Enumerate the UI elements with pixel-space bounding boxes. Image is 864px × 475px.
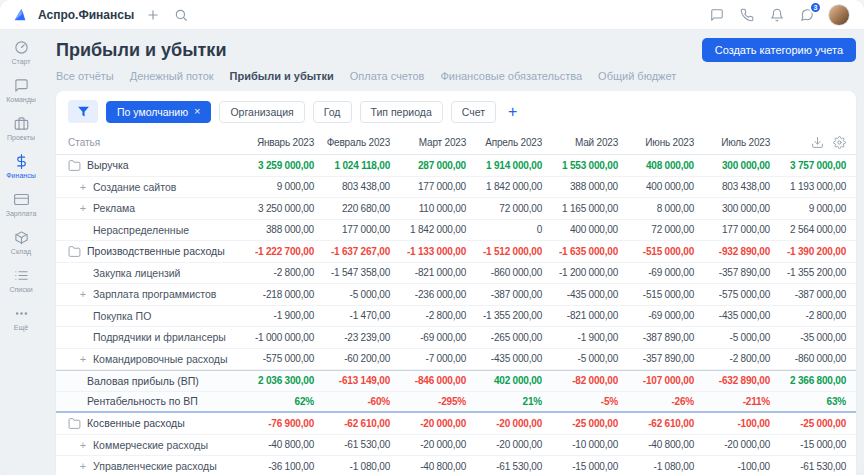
- topbar: Аспро.Финансы 3: [0, 0, 864, 30]
- cell-value: -435 000,00: [466, 353, 542, 364]
- funnel-icon: [77, 105, 90, 118]
- expand-icon[interactable]: +: [79, 460, 87, 472]
- cell-value: 110 000,00: [390, 203, 466, 214]
- user-avatar[interactable]: [828, 4, 850, 26]
- add-filter-button[interactable]: +: [504, 104, 521, 120]
- add-icon[interactable]: [144, 6, 162, 24]
- sidebar-item-more[interactable]: Ещё: [0, 300, 42, 338]
- cell-value: -1 637 267,00: [314, 246, 390, 257]
- cell-value: 1 024 118,00: [314, 160, 390, 171]
- tab-4[interactable]: Финансовые обязательства: [440, 70, 582, 82]
- phone-icon[interactable]: [738, 6, 756, 24]
- sidebar-item-start[interactable]: Старт: [0, 34, 42, 72]
- column-header-month[interactable]: Март 2023: [390, 137, 466, 148]
- table-row[interactable]: +Нераспределенные388 000,00177 000,001 8…: [56, 220, 856, 242]
- folder-icon: [68, 159, 81, 172]
- cell-value: -1 390 200,00: [770, 246, 846, 257]
- cell-value: 1 914 000,00: [466, 160, 542, 171]
- tab-3[interactable]: Оплата счетов: [350, 70, 425, 82]
- main-area: Прибыли и убытки Создать категорию учета…: [42, 30, 864, 475]
- expand-icon[interactable]: +: [79, 202, 87, 214]
- column-header-month[interactable]: Февраль 2023: [314, 137, 390, 148]
- filter-chip-1[interactable]: Год: [313, 101, 352, 123]
- cell-value: -932 890,00: [694, 246, 770, 257]
- expand-icon[interactable]: +: [79, 439, 87, 451]
- cell-value: -1 512 000,00: [466, 246, 542, 257]
- cell-value: 9 000,00: [770, 203, 846, 214]
- filter-chips: ОрганизацияГодТип периодаСчет: [219, 101, 496, 123]
- filter-bar: По умолчанию × ОрганизацияГодТип периода…: [56, 91, 856, 131]
- expand-icon[interactable]: +: [79, 353, 87, 365]
- expand-icon[interactable]: +: [79, 181, 87, 193]
- table-row[interactable]: Рентабельность по ВП62%-60%-295%21%-5%-2…: [56, 392, 856, 414]
- column-header-month[interactable]: Январь 2023: [238, 137, 314, 148]
- sidebar-item-label: Ещё: [14, 324, 28, 331]
- search-icon[interactable]: [172, 6, 190, 24]
- cell-value: 72 000,00: [466, 203, 542, 214]
- expand-icon[interactable]: +: [79, 288, 87, 300]
- cell-value: -387 000,00: [466, 289, 542, 300]
- row-label: Выручка: [87, 159, 129, 171]
- topbar-right: 3: [708, 4, 850, 26]
- column-header-month[interactable]: Июль 2023: [694, 137, 770, 148]
- table-row[interactable]: +Подрядчики и фрилансеры-1 000 000,00-23…: [56, 327, 856, 349]
- table-row[interactable]: Производственные расходы-1 222 700,00-1 …: [56, 241, 856, 263]
- table-row[interactable]: +Зарплата программистов-218 000,00-5 000…: [56, 284, 856, 306]
- cell-value: -387 890,00: [618, 332, 694, 343]
- cell-value: -2 800,00: [390, 310, 466, 321]
- sidebar-item-salary[interactable]: Зарплата: [0, 186, 42, 224]
- filter-chip-2[interactable]: Тип периода: [360, 101, 443, 123]
- sidebar-item-lists[interactable]: Списки: [0, 262, 42, 300]
- table-row[interactable]: +Закупка лицензий-2 800,00-1 547 358,00-…: [56, 263, 856, 285]
- cell-value: -387 000,00: [770, 289, 846, 300]
- table-row[interactable]: +Коммерческие расходы-40 800,00-61 530,0…: [56, 435, 856, 457]
- table-row[interactable]: Валовая прибыль (ВП)2 036 300,00-613 149…: [56, 370, 856, 392]
- cell-value: -357 890,00: [618, 353, 694, 364]
- filter-chip-0[interactable]: Организация: [219, 101, 304, 123]
- column-header-month[interactable]: Июнь 2023: [618, 137, 694, 148]
- bell-icon[interactable]: [768, 6, 786, 24]
- row-label: Валовая прибыль (ВП): [87, 375, 199, 387]
- sidebar-item-label: Зарплата: [6, 210, 37, 217]
- tab-5[interactable]: Общий бюджет: [598, 70, 676, 82]
- tab-0[interactable]: Все отчёты: [56, 70, 114, 82]
- table-row[interactable]: Косвенные расходы-76 900,00-62 610,00-20…: [56, 413, 856, 435]
- sidebar-item-projects[interactable]: Проекты: [0, 110, 42, 148]
- close-icon[interactable]: ×: [194, 106, 200, 117]
- column-header-month[interactable]: Май 2023: [542, 137, 618, 148]
- tab-1[interactable]: Денежный поток: [130, 70, 214, 82]
- sidebar-item-label: Команды: [6, 96, 36, 103]
- tab-2[interactable]: Прибыли и убытки: [230, 70, 334, 82]
- sidebar-item-teams[interactable]: Команды: [0, 72, 42, 110]
- filter-chip-3[interactable]: Счет: [451, 101, 496, 123]
- column-header-month[interactable]: Апрель 2023: [466, 137, 542, 148]
- download-icon[interactable]: [811, 136, 824, 149]
- cell-value: 3 250 000,00: [238, 203, 314, 214]
- sidebar-item-finance[interactable]: Финансы: [0, 148, 42, 186]
- sidebar-item-warehouse[interactable]: Склад: [0, 224, 42, 262]
- cell-value: -26%: [618, 396, 694, 407]
- app-window: Аспро.Финансы 3 СтартКомандыПроектыФинан…: [0, 0, 864, 475]
- cell-value: -69 000,00: [618, 310, 694, 321]
- cell-value: -100,00: [694, 461, 770, 472]
- cell-value: -40 800,00: [618, 439, 694, 450]
- support-icon[interactable]: [708, 6, 726, 24]
- table-row[interactable]: +Создание сайтов9 000,00803 438,00177 00…: [56, 177, 856, 199]
- cell-value: 8 000,00: [618, 203, 694, 214]
- create-category-button[interactable]: Создать категорию учета: [702, 38, 856, 62]
- row-label: Покупка ПО: [93, 310, 151, 322]
- cell-value: -1 900,00: [542, 332, 618, 343]
- gear-icon[interactable]: [833, 136, 846, 149]
- table-row[interactable]: +Командировочные расходы-575 000,00-60 2…: [56, 349, 856, 371]
- cell-value: -613 149,00: [314, 375, 390, 386]
- cell-value: -5 000,00: [542, 353, 618, 364]
- filter-icon-button[interactable]: [68, 100, 98, 123]
- cell-value: -61 530,00: [770, 461, 846, 472]
- table-row[interactable]: +Реклама3 250 000,00220 680,00110 000,00…: [56, 198, 856, 220]
- table-row[interactable]: Выручка3 259 000,001 024 118,00287 000,0…: [56, 155, 856, 177]
- table-row[interactable]: +Управленческие расходы-36 100,00-1 080,…: [56, 456, 856, 475]
- table-row[interactable]: +Покупка ПО-1 900,00-1 470,00-2 800,00-1…: [56, 306, 856, 328]
- cell-value: -62 610,00: [618, 418, 694, 429]
- filter-chip-default[interactable]: По умолчанию ×: [106, 101, 211, 123]
- chat-icon[interactable]: 3: [798, 6, 816, 24]
